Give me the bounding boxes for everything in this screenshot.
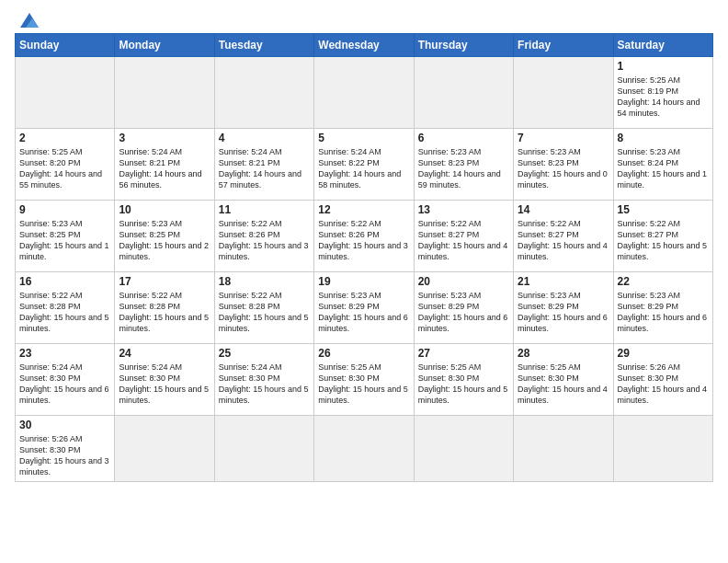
calendar-cell: 2Sunrise: 5:25 AM Sunset: 8:20 PM Daylig… (16, 129, 115, 201)
day-number: 11 (219, 203, 310, 216)
day-header-thursday: Thursday (414, 34, 513, 57)
calendar-cell: 16Sunrise: 5:22 AM Sunset: 8:28 PM Dayli… (16, 272, 115, 344)
calendar-cell: 20Sunrise: 5:23 AM Sunset: 8:29 PM Dayli… (414, 272, 513, 344)
day-number: 23 (19, 347, 110, 360)
day-number: 12 (318, 203, 409, 216)
day-info: Sunrise: 5:26 AM Sunset: 8:30 PM Dayligh… (19, 433, 110, 478)
day-info: Sunrise: 5:22 AM Sunset: 8:28 PM Dayligh… (219, 290, 310, 335)
day-info: Sunrise: 5:24 AM Sunset: 8:30 PM Dayligh… (219, 362, 310, 407)
day-number: 3 (119, 132, 210, 144)
day-header-saturday: Saturday (613, 34, 712, 57)
day-info: Sunrise: 5:23 AM Sunset: 8:23 PM Dayligh… (418, 146, 509, 191)
day-number: 13 (418, 203, 509, 216)
calendar-cell: 17Sunrise: 5:22 AM Sunset: 8:28 PM Dayli… (115, 272, 214, 344)
day-number: 6 (418, 132, 509, 144)
page: SundayMondayTuesdayWednesdayThursdayFrid… (0, 0, 728, 491)
day-number: 30 (19, 419, 110, 431)
calendar-table: SundayMondayTuesdayWednesdayThursdayFrid… (15, 33, 713, 482)
calendar-cell (16, 57, 115, 129)
calendar-cell (414, 416, 513, 482)
day-number: 24 (119, 347, 210, 360)
calendar-cell: 4Sunrise: 5:24 AM Sunset: 8:21 PM Daylig… (214, 129, 313, 201)
day-info: Sunrise: 5:24 AM Sunset: 8:30 PM Dayligh… (119, 362, 210, 407)
calendar-cell: 3Sunrise: 5:24 AM Sunset: 8:21 PM Daylig… (115, 129, 214, 201)
day-number: 18 (219, 275, 310, 288)
day-header-friday: Friday (514, 34, 613, 57)
calendar-cell: 29Sunrise: 5:26 AM Sunset: 8:30 PM Dayli… (613, 344, 712, 416)
calendar-cell (314, 57, 414, 129)
calendar-cell (514, 416, 613, 482)
day-header-wednesday: Wednesday (314, 34, 414, 57)
calendar-week-row: 1Sunrise: 5:25 AM Sunset: 8:19 PM Daylig… (16, 57, 713, 129)
calendar-cell (613, 416, 712, 482)
day-number: 27 (418, 347, 509, 360)
day-info: Sunrise: 5:25 AM Sunset: 8:30 PM Dayligh… (418, 362, 509, 407)
calendar-cell: 18Sunrise: 5:22 AM Sunset: 8:28 PM Dayli… (214, 272, 313, 344)
calendar-cell: 12Sunrise: 5:22 AM Sunset: 8:26 PM Dayli… (314, 201, 414, 272)
day-info: Sunrise: 5:25 AM Sunset: 8:30 PM Dayligh… (318, 362, 409, 407)
calendar-cell: 30Sunrise: 5:26 AM Sunset: 8:30 PM Dayli… (16, 416, 115, 482)
day-info: Sunrise: 5:22 AM Sunset: 8:27 PM Dayligh… (418, 218, 509, 263)
day-number: 1 (618, 60, 709, 73)
calendar-cell (314, 416, 414, 482)
day-number: 5 (318, 132, 409, 144)
day-number: 17 (119, 275, 210, 288)
day-info: Sunrise: 5:22 AM Sunset: 8:28 PM Dayligh… (119, 290, 210, 335)
calendar-cell (115, 57, 214, 129)
day-number: 20 (418, 275, 509, 288)
day-info: Sunrise: 5:25 AM Sunset: 8:30 PM Dayligh… (518, 362, 609, 407)
day-header-tuesday: Tuesday (214, 34, 313, 57)
day-info: Sunrise: 5:24 AM Sunset: 8:22 PM Dayligh… (318, 146, 409, 191)
calendar-week-row: 16Sunrise: 5:22 AM Sunset: 8:28 PM Dayli… (16, 272, 713, 344)
day-number: 15 (618, 203, 709, 216)
day-number: 21 (518, 275, 609, 288)
days-of-week-row: SundayMondayTuesdayWednesdayThursdayFrid… (16, 34, 713, 57)
day-number: 29 (618, 347, 709, 360)
calendar-cell (214, 416, 313, 482)
day-info: Sunrise: 5:23 AM Sunset: 8:23 PM Dayligh… (518, 146, 609, 191)
day-info: Sunrise: 5:22 AM Sunset: 8:26 PM Dayligh… (318, 218, 409, 263)
day-number: 7 (518, 132, 609, 144)
calendar-cell: 21Sunrise: 5:23 AM Sunset: 8:29 PM Dayli… (514, 272, 613, 344)
day-number: 26 (318, 347, 409, 360)
calendar-cell: 11Sunrise: 5:22 AM Sunset: 8:26 PM Dayli… (214, 201, 313, 272)
day-info: Sunrise: 5:22 AM Sunset: 8:28 PM Dayligh… (19, 290, 110, 335)
calendar-cell: 8Sunrise: 5:23 AM Sunset: 8:24 PM Daylig… (613, 129, 712, 201)
day-info: Sunrise: 5:23 AM Sunset: 8:29 PM Dayligh… (418, 290, 509, 335)
calendar-cell (115, 416, 214, 482)
day-number: 9 (19, 203, 110, 216)
calendar-cell: 28Sunrise: 5:25 AM Sunset: 8:30 PM Dayli… (514, 344, 613, 416)
calendar-header: SundayMondayTuesdayWednesdayThursdayFrid… (16, 34, 713, 57)
calendar-cell: 26Sunrise: 5:25 AM Sunset: 8:30 PM Dayli… (314, 344, 414, 416)
day-info: Sunrise: 5:25 AM Sunset: 8:20 PM Dayligh… (19, 146, 110, 191)
calendar-cell: 13Sunrise: 5:22 AM Sunset: 8:27 PM Dayli… (414, 201, 513, 272)
day-info: Sunrise: 5:23 AM Sunset: 8:29 PM Dayligh… (618, 290, 709, 335)
calendar-cell (214, 57, 313, 129)
calendar-cell (514, 57, 613, 129)
day-info: Sunrise: 5:22 AM Sunset: 8:27 PM Dayligh… (518, 218, 609, 263)
calendar-cell: 25Sunrise: 5:24 AM Sunset: 8:30 PM Dayli… (214, 344, 313, 416)
day-number: 28 (518, 347, 609, 360)
day-number: 14 (518, 203, 609, 216)
calendar-cell: 15Sunrise: 5:22 AM Sunset: 8:27 PM Dayli… (613, 201, 712, 272)
calendar-cell: 7Sunrise: 5:23 AM Sunset: 8:23 PM Daylig… (514, 129, 613, 201)
day-number: 22 (618, 275, 709, 288)
calendar-week-row: 9Sunrise: 5:23 AM Sunset: 8:25 PM Daylig… (16, 201, 713, 272)
day-number: 10 (119, 203, 210, 216)
day-info: Sunrise: 5:24 AM Sunset: 8:21 PM Dayligh… (219, 146, 310, 191)
calendar-cell: 6Sunrise: 5:23 AM Sunset: 8:23 PM Daylig… (414, 129, 513, 201)
calendar-week-row: 2Sunrise: 5:25 AM Sunset: 8:20 PM Daylig… (16, 129, 713, 201)
calendar-cell: 10Sunrise: 5:23 AM Sunset: 8:25 PM Dayli… (115, 201, 214, 272)
calendar-cell: 27Sunrise: 5:25 AM Sunset: 8:30 PM Dayli… (414, 344, 513, 416)
calendar-cell: 19Sunrise: 5:23 AM Sunset: 8:29 PM Dayli… (314, 272, 414, 344)
day-number: 2 (19, 132, 110, 144)
day-number: 19 (318, 275, 409, 288)
day-number: 16 (19, 275, 110, 288)
calendar-cell: 9Sunrise: 5:23 AM Sunset: 8:25 PM Daylig… (16, 201, 115, 272)
day-number: 8 (618, 132, 709, 144)
day-info: Sunrise: 5:24 AM Sunset: 8:21 PM Dayligh… (119, 146, 210, 191)
day-info: Sunrise: 5:26 AM Sunset: 8:30 PM Dayligh… (618, 362, 709, 407)
day-info: Sunrise: 5:23 AM Sunset: 8:24 PM Dayligh… (618, 146, 709, 191)
header (15, 9, 713, 29)
calendar-cell: 1Sunrise: 5:25 AM Sunset: 8:19 PM Daylig… (613, 57, 712, 129)
